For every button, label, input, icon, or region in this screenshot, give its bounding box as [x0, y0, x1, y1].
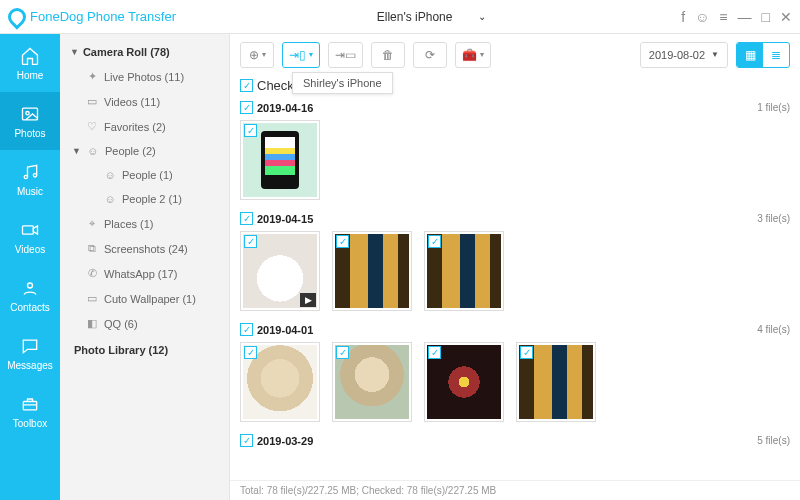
sidebar-item-label: Places (1): [104, 218, 154, 230]
chevron-down-icon: ⌄: [478, 11, 486, 22]
thumbnail-row: ✓▶✓✓: [240, 229, 790, 321]
checkbox-icon[interactable]: ✓: [428, 235, 441, 248]
list-view-button[interactable]: ≣: [763, 43, 789, 67]
content: ⊕▾ ⇥▯▾ ⇥▭ 🗑 ⟳ 🧰▾ 2019-08-02▼ ▦ ≣ Shirley…: [230, 34, 800, 500]
export-to-pc-button[interactable]: ⇥▭: [328, 42, 363, 68]
export-to-device-button[interactable]: ⇥▯▾: [282, 42, 320, 68]
sidebar-item-label: QQ (6): [104, 318, 138, 330]
people-icon: ☺: [87, 145, 99, 157]
toolbox-button[interactable]: 🧰▾: [455, 42, 491, 68]
sidebar-item-label: People (1): [122, 169, 173, 181]
checkbox-icon[interactable]: ✓: [244, 124, 257, 137]
checkbox-icon[interactable]: ✓: [336, 346, 349, 359]
photo-thumbnail[interactable]: ✓: [424, 231, 504, 311]
sidebar-item[interactable]: ▭Cuto Wallpaper (1): [60, 286, 229, 311]
sidebar-item[interactable]: ◧QQ (6): [60, 311, 229, 336]
sidebar-item-label: Screenshots (24): [104, 243, 188, 255]
plus-icon: ⊕: [249, 48, 259, 62]
album-icon: ⌖: [86, 217, 98, 230]
checkbox-icon[interactable]: ✓: [520, 346, 533, 359]
album-icon: ▭: [86, 95, 98, 108]
sidebar: ▼ Camera Roll (78) ✦Live Photos (11)▭Vid…: [60, 34, 230, 500]
refresh-button[interactable]: ⟳: [413, 42, 447, 68]
chevron-down-icon: ▾: [309, 50, 313, 59]
toolbox-icon: [20, 394, 40, 414]
view-toggle: ▦ ≣: [736, 42, 790, 68]
device-selector[interactable]: Ellen's iPhone ⌄: [354, 5, 504, 29]
nav-photos-label: Photos: [14, 128, 45, 139]
photo-thumbnail[interactable]: ✓: [240, 120, 320, 200]
chevron-down-icon: ▾: [262, 50, 266, 59]
export-target-tooltip[interactable]: Shirley's iPhone: [292, 72, 393, 94]
feedback-icon[interactable]: ☺: [695, 9, 709, 25]
grid-view-button[interactable]: ▦: [737, 43, 763, 67]
trash-icon: 🗑: [382, 48, 394, 62]
sidebar-item[interactable]: ✦Live Photos (11): [60, 64, 229, 89]
nav-toolbox[interactable]: Toolbox: [0, 382, 60, 440]
checkbox-icon[interactable]: ✓: [244, 235, 257, 248]
app-logo: FoneDog Phone Transfer: [8, 8, 176, 26]
sidebar-item[interactable]: ☺People (1): [60, 163, 229, 187]
delete-button[interactable]: 🗑: [371, 42, 405, 68]
nav-music[interactable]: Music: [0, 150, 60, 208]
photo-thumbnail[interactable]: ✓: [332, 231, 412, 311]
checkbox-icon[interactable]: ✓: [244, 346, 257, 359]
photo-thumbnail[interactable]: ✓: [240, 342, 320, 422]
group-file-count: 1 file(s): [757, 102, 790, 113]
add-button[interactable]: ⊕▾: [240, 42, 274, 68]
videos-icon: [20, 220, 40, 240]
collapse-icon: ▼: [72, 146, 81, 156]
group-header[interactable]: ✓2019-04-153 file(s): [240, 210, 790, 229]
sidebar-item-label: Live Photos (11): [104, 71, 184, 83]
facebook-icon[interactable]: f: [681, 9, 685, 25]
group-header[interactable]: ✓2019-04-161 file(s): [240, 99, 790, 118]
sidebar-item-label: Cuto Wallpaper (1): [104, 293, 196, 305]
photo-thumbnail[interactable]: ✓: [332, 342, 412, 422]
album-icon: ⧉: [86, 242, 98, 255]
sidebar-item[interactable]: ⌖Places (1): [60, 211, 229, 236]
phone-export-icon: ⇥▯: [289, 48, 306, 62]
group-header[interactable]: ✓2019-03-295 file(s): [240, 432, 790, 451]
menu-icon[interactable]: ≡: [719, 9, 727, 25]
sidebar-item[interactable]: ♡Favorites (2): [60, 114, 229, 139]
album-icon: ◧: [86, 317, 98, 330]
checkbox-icon: ✓: [240, 101, 253, 114]
photo-thumbnail[interactable]: ✓▶: [240, 231, 320, 311]
checkbox-icon[interactable]: ✓: [428, 346, 441, 359]
nav-messages[interactable]: Messages: [0, 324, 60, 382]
sidebar-item[interactable]: ⧉Screenshots (24): [60, 236, 229, 261]
group-file-count: 4 file(s): [757, 324, 790, 335]
sidebar-camera-roll-label: Camera Roll (78): [83, 46, 170, 58]
home-icon: [20, 46, 40, 66]
nav-videos[interactable]: Videos: [0, 208, 60, 266]
thumbnail-row: ✓: [240, 118, 790, 210]
sidebar-photo-library[interactable]: Photo Library (12): [60, 336, 229, 362]
maximize-icon[interactable]: □: [762, 9, 770, 25]
nav-videos-label: Videos: [15, 244, 45, 255]
nav-photos[interactable]: Photos: [0, 92, 60, 150]
close-icon[interactable]: ✕: [780, 9, 792, 25]
nav-home[interactable]: Home: [0, 34, 60, 92]
photo-thumbnail[interactable]: ✓: [424, 342, 504, 422]
date-filter-value: 2019-08-02: [649, 49, 705, 61]
minimize-icon[interactable]: ―: [738, 9, 752, 25]
messages-icon: [20, 336, 40, 356]
main: Home Photos Music Videos Contacts Messag…: [0, 34, 800, 500]
checkbox-icon[interactable]: ✓: [336, 235, 349, 248]
sidebar-item[interactable]: ✆WhatsApp (17): [60, 261, 229, 286]
app-title: FoneDog Phone Transfer: [30, 9, 176, 24]
group-header[interactable]: ✓2019-04-014 file(s): [240, 321, 790, 340]
group-date: 2019-03-29: [257, 435, 313, 447]
sidebar-item-label: WhatsApp (17): [104, 268, 177, 280]
photo-groups: ✓2019-04-161 file(s)✓✓2019-04-153 file(s…: [230, 99, 800, 480]
nav-contacts[interactable]: Contacts: [0, 266, 60, 324]
sidebar-people[interactable]: ▼ ☺ People (2): [60, 139, 229, 163]
sidebar-camera-roll[interactable]: ▼ Camera Roll (78): [60, 40, 229, 64]
nav-contacts-label: Contacts: [10, 302, 49, 313]
sidebar-item[interactable]: ▭Videos (11): [60, 89, 229, 114]
checkbox-icon: ✓: [240, 323, 253, 336]
group-file-count: 5 file(s): [757, 435, 790, 446]
photo-thumbnail[interactable]: ✓: [516, 342, 596, 422]
sidebar-item[interactable]: ☺People 2 (1): [60, 187, 229, 211]
date-filter[interactable]: 2019-08-02▼: [640, 42, 728, 68]
